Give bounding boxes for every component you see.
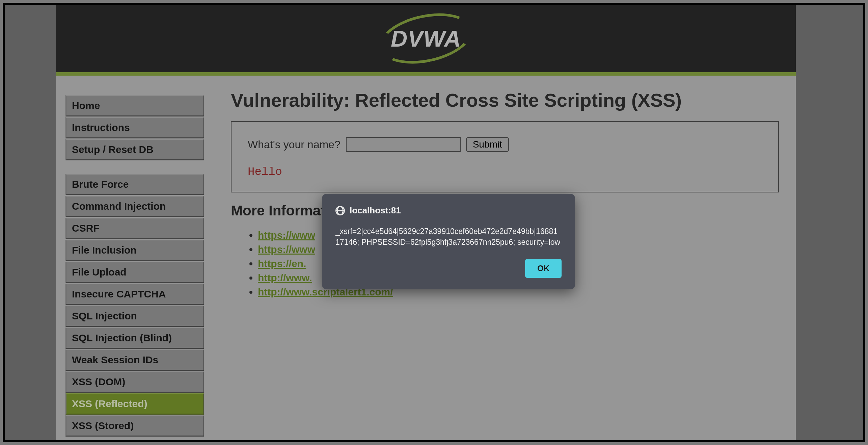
js-alert-dialog: localhost:81 _xsrf=2|cc4e5d64|5629c27a39… xyxy=(322,194,575,289)
alert-origin: localhost:81 xyxy=(350,205,401,216)
globe-icon xyxy=(335,206,345,215)
alert-ok-button[interactable]: OK xyxy=(525,259,562,278)
alert-message: _xsrf=2|cc4e5d64|5629c27a39910cef60eb472… xyxy=(335,226,562,247)
